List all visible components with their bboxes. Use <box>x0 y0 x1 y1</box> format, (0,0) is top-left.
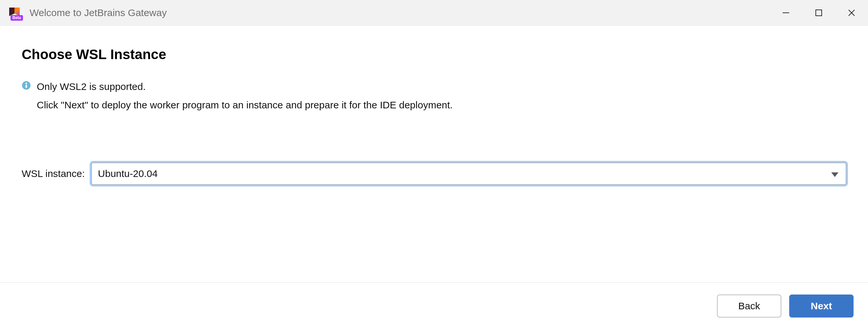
close-button[interactable] <box>835 0 868 25</box>
svg-marker-1 <box>9 7 14 16</box>
page-heading: Choose WSL Instance <box>22 47 846 62</box>
svg-point-7 <box>26 83 27 84</box>
form-row: WSL instance: Ubuntu-20.04 <box>22 162 846 185</box>
window-title: Welcome to JetBrains Gateway <box>30 7 167 19</box>
minimize-button[interactable] <box>770 0 802 25</box>
wsl-instance-label: WSL instance: <box>22 168 85 179</box>
svg-rect-3 <box>816 10 822 16</box>
beta-badge: Beta <box>10 15 23 20</box>
wsl-instance-select[interactable]: Ubuntu-20.04 <box>91 162 846 185</box>
content-area: Choose WSL Instance Only WSL2 is support… <box>0 26 868 185</box>
svg-rect-8 <box>26 85 27 88</box>
next-button[interactable]: Next <box>789 295 854 318</box>
back-button[interactable]: Back <box>717 295 781 318</box>
info-icon <box>22 81 31 90</box>
chevron-down-icon <box>831 168 838 179</box>
maximize-button[interactable] <box>802 0 835 25</box>
wsl-instance-select-wrap: Ubuntu-20.04 <box>91 162 846 185</box>
info-line-2: Click "Next" to deploy the worker progra… <box>37 98 846 112</box>
app-icon: Beta <box>8 6 21 19</box>
info-line-1: Only WSL2 is supported. <box>37 80 146 94</box>
info-block: Only WSL2 is supported. <box>22 80 846 94</box>
footer: Back Next <box>0 282 868 329</box>
window-controls <box>770 0 868 25</box>
wsl-instance-selected-value: Ubuntu-20.04 <box>98 168 158 179</box>
title-bar: Beta Welcome to JetBrains Gateway <box>0 0 868 26</box>
svg-marker-9 <box>831 172 838 177</box>
